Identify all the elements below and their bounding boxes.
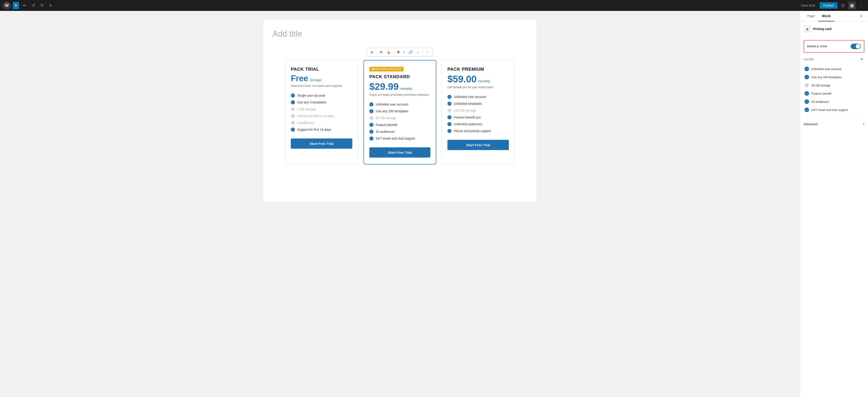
pack-premium-price: $59.00 (447, 74, 476, 85)
feature-label: Feature benefit in 14 days (297, 114, 334, 118)
right-panel: Page Block × ◈ Pricing card ENABLE ICON (800, 11, 868, 397)
block-type-icon[interactable]: ◎ (369, 49, 375, 55)
pack-premium-cta-button[interactable]: Start Free Trial (447, 140, 509, 150)
feature-label: Single user account (297, 94, 325, 97)
feature-label: Unlimited audiences (454, 122, 483, 126)
x-icon: ✕ (291, 121, 295, 125)
feature-label: 2 GB storage (297, 107, 316, 111)
advanced-label: Advanced (804, 122, 818, 126)
check-icon: ✓ (447, 102, 452, 106)
list-item: ✕ 3 audiences (291, 120, 352, 126)
list-item: ✓ Unlimited user account (369, 101, 430, 108)
add-block-button[interactable]: + (13, 2, 19, 9)
drag-icon[interactable]: ⊕ (378, 49, 384, 55)
tab-page[interactable]: Page (804, 11, 818, 21)
pack-standard-desc: Enjoy our basic amenities and future fea… (369, 93, 430, 96)
lock-icon[interactable]: 🔒 (385, 49, 392, 55)
enable-icon-toggle[interactable] (851, 44, 861, 49)
pack-standard-features: ✓ Unlimited user account ✓ Use any 100 t… (369, 101, 430, 142)
panel-item-label: Use any 100 templates (811, 75, 842, 79)
x-icon: ✕ (291, 107, 295, 111)
redo-button[interactable]: ↻ (39, 2, 46, 9)
pack-trial-price-row: Free /14 days (291, 74, 352, 83)
panel-close-button[interactable]: × (858, 12, 864, 21)
tab-block[interactable]: Block (818, 11, 834, 21)
check-icon: ✓ (291, 94, 295, 98)
panel-item-label: 25 GB storage (811, 84, 831, 87)
bold-button[interactable]: B (395, 49, 401, 55)
panel-list-item[interactable]: ✓ Feature benefit (804, 89, 864, 98)
pack-premium-name: PACK PREMIUM (447, 67, 509, 72)
publish-button[interactable]: Publish (820, 2, 837, 9)
italic-button[interactable]: I (402, 49, 406, 55)
feature-label: 24/7 email and chat support (376, 137, 415, 140)
preview-button[interactable]: ⊡ (839, 2, 846, 9)
panel-list-item[interactable]: ✓ 10 audiences (804, 98, 864, 106)
check-icon: ✓ (369, 123, 373, 127)
panel-content: ◈ Pricing card ENABLE ICON List Item + ✓ (800, 22, 868, 397)
pack-trial-cta-button[interactable]: Start Free Trial (291, 138, 352, 149)
feature-label: Unlimited templates (454, 102, 482, 105)
pack-standard-name: PACK STANDARD (369, 74, 430, 79)
list-item: ✓ Unlimited templates (447, 100, 509, 107)
sidebar-toggle-button[interactable]: ▦ (848, 2, 856, 9)
panel-list-item[interactable]: ✓ Unlimited user account (804, 65, 864, 73)
more-options-button[interactable]: ⌄ (415, 49, 421, 55)
block-options-button[interactable]: ⋮ (424, 49, 431, 55)
wp-logo-icon[interactable]: W (3, 1, 11, 9)
pricing-card-trial: PACK TRIAL Free /14 days Start from here… (285, 60, 358, 164)
x-icon: ✕ (369, 116, 373, 120)
feature-label: Use any 100 templates (376, 109, 408, 113)
block-toolbar: ◎ ⊕ 🔒 B I 🔗 ⌄ ⋮ (367, 48, 432, 56)
options-button[interactable]: ⋮ (858, 2, 865, 9)
panel-list-item[interactable]: ✕ 25 GB storage (804, 81, 864, 89)
panel-tabs: Page Block × (800, 11, 868, 22)
pack-premium-desc: Get benefit pro for your entire team (447, 86, 509, 89)
toolbar-divider-3 (423, 49, 423, 55)
feature-label: Support for first 14 days (297, 128, 331, 131)
pack-premium-features: ✓ Unlimited user account ✓ Unlimited tem… (447, 94, 509, 134)
check-icon: ✓ (369, 136, 373, 140)
pack-trial-name: PACK TRIAL (291, 67, 352, 72)
featured-badge: MOST POPULAR PLAN (369, 67, 403, 71)
add-list-item-button[interactable]: + (859, 56, 864, 62)
chevron-down-icon: ▾ (863, 123, 864, 126)
check-icon: ✓ (291, 128, 295, 132)
panel-list-item[interactable]: ✓ Use any 100 templates (804, 73, 864, 81)
list-item: ✓ Feature benefit (369, 122, 430, 128)
x-icon: ✕ (447, 108, 452, 112)
panel-check-icon: ✓ (805, 91, 809, 96)
check-icon: ✓ (447, 129, 452, 133)
save-draft-button[interactable]: Save draft (798, 2, 818, 9)
feature-label: 10 audiences (376, 130, 395, 133)
feature-label: Phone and priority support (454, 129, 491, 133)
panel-check-icon: ✓ (805, 75, 809, 79)
toolbar-divider-2 (394, 49, 394, 55)
panel-item-label: 10 audiences (811, 100, 829, 103)
list-item: ✓ Use any 3 templates (291, 99, 352, 106)
page-title-placeholder[interactable]: Add title (272, 29, 527, 39)
undo-button[interactable]: ↺ (30, 2, 37, 9)
x-icon: ✕ (291, 114, 295, 118)
panel-list-item[interactable]: ✓ 24/7 email and chat support (804, 106, 864, 114)
pricing-cards-container: PACK TRIAL Free /14 days Start from here… (272, 60, 527, 164)
feature-label: Use any 3 templates (297, 100, 327, 104)
list-item: ✓ Unlimited audiences (447, 121, 509, 128)
tools-menu-button[interactable]: ≡ (48, 2, 54, 9)
list-item: ✓ Phone and priority support (447, 128, 509, 134)
check-icon: ✓ (369, 102, 373, 106)
check-icon: ✓ (291, 100, 295, 104)
link-button[interactable]: 🔗 (407, 49, 414, 55)
check-icon: ✓ (369, 109, 373, 113)
pack-standard-cta-button[interactable]: Start Free Trial (369, 147, 430, 158)
pricing-card-standard: MOST POPULAR PLAN PACK STANDARD $29.99 /… (364, 60, 436, 164)
check-icon: ✓ (447, 115, 452, 120)
panel-block-title: Pricing card (813, 27, 832, 31)
advanced-header[interactable]: Advanced ▾ (804, 122, 864, 127)
toolbar-divider-1 (376, 49, 377, 55)
list-item: ✕ 25 GB storage (369, 114, 430, 122)
edit-pen-icon[interactable]: ✏ (21, 2, 28, 9)
pack-standard-period: /monthly (400, 87, 412, 91)
feature-label: 100 GB storage (454, 109, 476, 112)
enable-icon-label: ENABLE ICON (807, 45, 827, 48)
